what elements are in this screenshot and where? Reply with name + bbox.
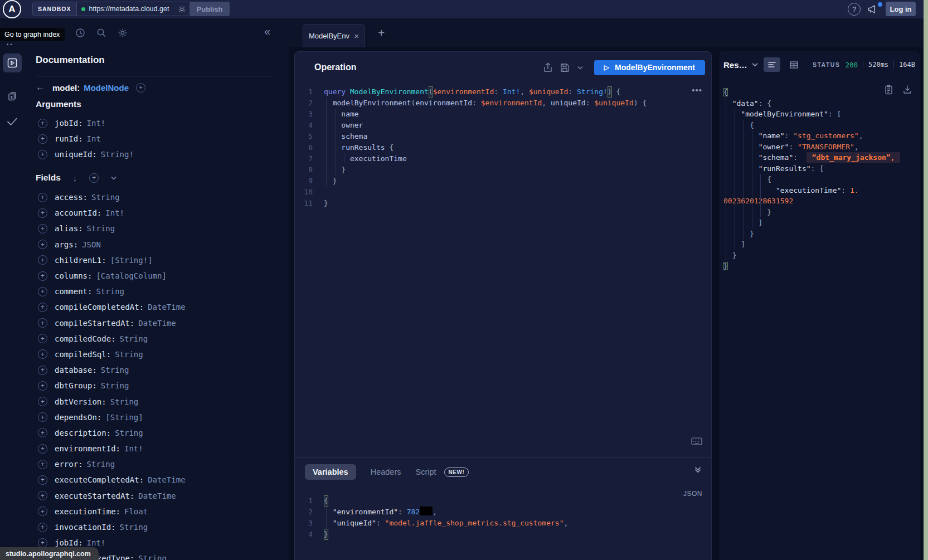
field-type[interactable]: DateTime xyxy=(138,491,176,500)
field-type[interactable]: Int xyxy=(87,134,101,143)
tab-headers[interactable]: Headers xyxy=(371,468,401,476)
search-icon[interactable] xyxy=(96,28,106,38)
doc-field-row[interactable]: +invocationId:String xyxy=(36,519,281,535)
add-to-query-icon[interactable]: + xyxy=(38,119,47,128)
tab-modelbyenvironment[interactable]: ModelByEnvi… × xyxy=(303,24,365,47)
field-name[interactable]: compiledCode: xyxy=(55,334,116,343)
field-name[interactable]: dependsOn: xyxy=(55,413,101,422)
help-icon[interactable]: ? xyxy=(848,3,861,16)
add-to-query-icon[interactable]: + xyxy=(38,491,47,500)
doc-field-row[interactable]: +database:String xyxy=(36,362,281,378)
field-name[interactable]: executionTime: xyxy=(55,507,120,516)
add-to-query-icon[interactable]: + xyxy=(38,303,47,312)
field-name[interactable]: jobId: xyxy=(55,119,83,128)
download-response-icon[interactable] xyxy=(903,85,912,95)
collapse-variables-icon[interactable] xyxy=(694,466,701,473)
field-type[interactable]: String xyxy=(120,334,148,343)
field-type[interactable]: [String!] xyxy=(110,256,153,265)
add-to-query-icon[interactable]: + xyxy=(38,523,47,532)
field-type[interactable]: String xyxy=(101,381,129,390)
field-type[interactable]: JSON xyxy=(82,240,101,249)
add-to-query-icon[interactable]: + xyxy=(38,150,47,159)
doc-field-row[interactable]: +alias:String xyxy=(36,221,281,236)
graphql-editor[interactable]: 1query ModelByEnvironment($environmentId… xyxy=(295,86,711,209)
field-type[interactable]: Int! xyxy=(124,444,143,453)
response-chevron-icon[interactable] xyxy=(752,62,758,67)
field-name[interactable]: runId: xyxy=(55,134,83,143)
add-to-query-icon[interactable]: + xyxy=(38,381,47,391)
doc-field-row[interactable]: +compileCompletedAt:DateTime xyxy=(36,299,281,315)
field-type[interactable]: String xyxy=(96,287,124,296)
field-type[interactable]: [CatalogColumn] xyxy=(96,271,166,280)
add-to-query-icon[interactable]: + xyxy=(38,538,47,548)
doc-field-row[interactable]: +executeCompletedAt:DateTime xyxy=(36,472,281,488)
doc-field-row[interactable]: +dependsOn:[String] xyxy=(36,410,281,425)
doc-field-row[interactable]: +jobId:Int! xyxy=(36,115,281,131)
field-name[interactable]: accountId: xyxy=(55,208,101,217)
field-type[interactable]: String xyxy=(101,366,129,374)
collapse-docs-panel-icon[interactable]: « xyxy=(264,25,269,38)
doc-field-row[interactable]: +executeStartedAt:DateTime xyxy=(36,488,281,504)
field-name[interactable]: compiledSql: xyxy=(55,350,111,359)
field-name[interactable]: executeStartedAt: xyxy=(55,491,134,500)
add-to-query-icon[interactable]: + xyxy=(38,397,47,406)
field-type[interactable]: DateTime xyxy=(148,475,185,484)
apollo-logo[interactable]: A xyxy=(3,0,21,18)
connection-settings-gear-icon[interactable] xyxy=(178,5,186,13)
field-type[interactable]: String xyxy=(120,523,148,532)
sidebar-item-schema[interactable] xyxy=(3,86,22,105)
field-name[interactable]: access: xyxy=(55,193,88,202)
field-type[interactable]: DateTime xyxy=(148,303,185,311)
field-name[interactable]: comment: xyxy=(55,287,92,296)
add-to-query-icon[interactable]: + xyxy=(38,334,47,343)
field-name[interactable]: uniqueId: xyxy=(55,150,97,159)
field-name[interactable]: alias: xyxy=(55,224,83,233)
add-to-query-icon[interactable]: + xyxy=(38,224,47,233)
doc-field-row[interactable]: +dbtVersion:String xyxy=(36,393,281,409)
field-name[interactable]: dbtVersion: xyxy=(55,397,106,406)
doc-field-row[interactable]: +description:String xyxy=(36,425,281,441)
doc-field-row[interactable]: +executionTime:Float xyxy=(36,504,281,519)
back-arrow-icon[interactable]: ← xyxy=(36,82,45,93)
add-to-query-icon[interactable]: + xyxy=(38,193,47,202)
new-tab-button[interactable]: + xyxy=(378,26,385,40)
add-field-icon[interactable]: + xyxy=(136,83,145,92)
tab-script[interactable]: Script xyxy=(416,468,436,476)
add-to-query-icon[interactable]: + xyxy=(38,240,47,249)
field-type[interactable]: String xyxy=(138,554,167,560)
field-name[interactable]: compileStartedAt: xyxy=(55,319,134,328)
field-name[interactable]: error: xyxy=(55,460,83,469)
field-type[interactable]: [String] xyxy=(105,413,143,422)
add-to-query-icon[interactable]: + xyxy=(38,444,47,454)
field-type[interactable]: Int! xyxy=(87,538,106,547)
field-type[interactable]: String xyxy=(115,350,143,359)
add-to-query-icon[interactable]: + xyxy=(38,507,47,516)
field-type[interactable]: String xyxy=(87,460,115,469)
doc-field-row[interactable]: +columns:[CatalogColumn] xyxy=(36,268,281,284)
keyboard-shortcuts-icon[interactable] xyxy=(691,437,702,445)
variables-editor[interactable]: 1{2 "environmentId": 782,3 "uniqueId": "… xyxy=(295,495,711,540)
add-to-query-icon[interactable]: + xyxy=(38,428,47,437)
doc-field-row[interactable]: +runId:Int xyxy=(36,131,281,147)
field-name[interactable]: database: xyxy=(55,366,97,374)
field-type[interactable]: String xyxy=(87,224,115,233)
field-name[interactable]: description: xyxy=(55,428,111,437)
share-operation-icon[interactable] xyxy=(543,62,552,72)
history-icon[interactable] xyxy=(75,28,85,38)
field-type[interactable]: String xyxy=(110,397,139,406)
field-type[interactable]: Int! xyxy=(87,119,106,128)
add-to-query-icon[interactable]: + xyxy=(38,255,47,265)
add-to-query-icon[interactable]: + xyxy=(38,460,47,469)
sidebar-item-checks[interactable] xyxy=(3,112,22,131)
add-all-fields-icon[interactable]: + xyxy=(89,173,99,183)
add-to-query-icon[interactable]: + xyxy=(38,412,47,422)
run-operation-button[interactable]: ▷ ModelByEnvironment xyxy=(594,60,705,75)
add-to-query-icon[interactable]: + xyxy=(38,208,47,218)
breadcrumb-type-link[interactable]: ModelNode xyxy=(84,83,129,92)
doc-field-row[interactable]: +environmentId:Int! xyxy=(36,441,281,456)
tab-close-icon[interactable]: × xyxy=(354,32,359,40)
field-type[interactable]: String! xyxy=(101,150,134,159)
field-type[interactable]: String xyxy=(115,428,143,437)
field-name[interactable]: invocationId: xyxy=(55,523,116,532)
doc-field-row[interactable]: +compiledSql:String xyxy=(36,347,281,362)
